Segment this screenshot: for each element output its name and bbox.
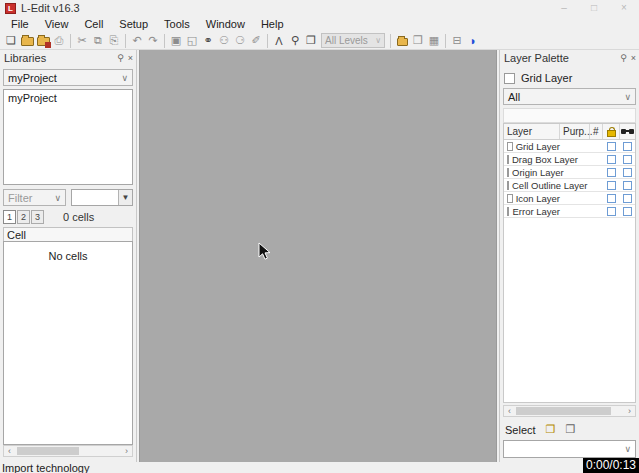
cells-count: 0 cells (63, 211, 94, 223)
pick-icon[interactable]: ✐ (248, 33, 264, 49)
find-previous-icon[interactable]: ⚆ (232, 33, 248, 49)
duplicate-layer-icon[interactable]: ❐ (546, 423, 556, 436)
undo-icon[interactable]: ↶ (129, 33, 145, 49)
tab-3[interactable]: 3 (31, 210, 44, 224)
find-next-icon[interactable]: ⚇ (216, 33, 232, 49)
save-grid-icon[interactable]: ▦ (426, 33, 442, 49)
lock-checkbox[interactable] (607, 181, 616, 190)
library-list[interactable]: myProject (3, 89, 133, 185)
all-levels-dropdown[interactable]: All Levels ∨ (321, 33, 385, 48)
scroll-right-icon[interactable]: › (121, 446, 132, 456)
close-icon[interactable]: × (128, 53, 133, 63)
table-row[interactable]: Origin Layer (504, 166, 635, 179)
tab-2[interactable]: 2 (17, 210, 30, 224)
table-row[interactable]: Drag Box Layer (504, 153, 635, 166)
hide-checkbox[interactable] (623, 181, 632, 190)
minimize-button[interactable]: – (549, 0, 579, 16)
open-library-icon[interactable] (35, 33, 51, 49)
measure-icon[interactable]: Λ (271, 33, 287, 49)
select-dropdown[interactable]: ∨ (503, 440, 636, 458)
layer-table-hscrollbar[interactable]: ‹ › (503, 405, 636, 417)
table-row[interactable]: Cell Outline Layer (504, 179, 635, 192)
folder-red-icon (37, 37, 50, 46)
filter-combo[interactable]: ▼ (71, 189, 133, 206)
rename-layer-icon[interactable]: ❒ (565, 423, 575, 436)
lock-checkbox[interactable] (607, 168, 616, 177)
col-layer[interactable]: Layer (504, 124, 560, 139)
hide-checkbox[interactable] (623, 155, 632, 164)
new-file-icon[interactable]: ❏ (3, 33, 19, 49)
zoom-icon[interactable]: ⚲ (287, 33, 303, 49)
open-file-icon[interactable] (19, 33, 35, 49)
view-design-icon[interactable]: ▣ (168, 33, 184, 49)
scroll-left-icon[interactable]: ‹ (504, 406, 515, 416)
table-row[interactable]: Icon Layer (504, 192, 635, 205)
col-count[interactable]: # (590, 124, 603, 139)
scroll-left-icon[interactable]: ‹ (4, 446, 15, 456)
plot-icon[interactable]: ⊟ (449, 33, 465, 49)
layer-filter-dropdown[interactable]: All ∨ (503, 88, 636, 105)
paste-icon[interactable]: ⎘ (106, 33, 122, 49)
lock-icon[interactable] (603, 124, 620, 139)
menu-help[interactable]: Help (253, 18, 292, 30)
scrollbar-thumb[interactable] (17, 447, 79, 455)
hide-checkbox[interactable] (623, 207, 632, 216)
filter-dropdown[interactable]: Filter ∨ (3, 189, 66, 206)
hide-checkbox[interactable] (623, 168, 632, 177)
lock-checkbox[interactable] (607, 207, 616, 216)
cell-list-hscrollbar[interactable]: ‹ › (3, 445, 133, 457)
copy-icon[interactable]: ⧉ (90, 33, 106, 49)
chevron-down-icon: ∨ (121, 73, 128, 83)
layer-checkbox[interactable] (507, 168, 509, 177)
table-row[interactable]: Error Layer (504, 205, 635, 218)
filter-dropdown-label: Filter (8, 192, 32, 204)
layout-canvas[interactable] (139, 50, 497, 462)
menu-view[interactable]: View (37, 18, 77, 30)
layer-checkbox[interactable] (507, 142, 513, 151)
cell-list[interactable]: No cells (3, 241, 133, 445)
view-home-icon[interactable]: ◱ (184, 33, 200, 49)
scroll-right-icon[interactable]: › (624, 406, 635, 416)
pin-icon[interactable]: ⚲ (620, 53, 627, 63)
hide-checkbox[interactable] (623, 194, 632, 203)
find-icon[interactable]: ⚭ (200, 33, 216, 49)
menu-setup[interactable]: Setup (111, 18, 156, 30)
lock-checkbox[interactable] (607, 194, 616, 203)
mouse-cursor (258, 242, 272, 262)
cut-icon[interactable]: ✂ (74, 33, 90, 49)
layer-checkbox[interactable] (507, 194, 513, 203)
instance-icon[interactable]: ❒ (410, 33, 426, 49)
hide-checkbox[interactable] (623, 142, 632, 151)
menu-window[interactable]: Window (198, 18, 253, 30)
redo-icon[interactable]: ↷ (145, 33, 161, 49)
close-icon[interactable]: × (631, 53, 636, 63)
menu-file[interactable]: File (3, 18, 37, 30)
menu-tools[interactable]: Tools (156, 18, 198, 30)
list-item[interactable]: myProject (8, 92, 128, 104)
toolbar-separator (125, 34, 126, 48)
chevron-down-icon: ∨ (375, 36, 381, 45)
lock-checkbox[interactable] (607, 142, 616, 151)
menu-cell[interactable]: Cell (76, 18, 111, 30)
library-dropdown[interactable]: myProject ∨ (3, 69, 133, 86)
layer-search-field[interactable] (503, 108, 636, 123)
col-purpose[interactable]: Purp... (560, 124, 590, 139)
dropdown-arrow-icon[interactable]: ▼ (118, 190, 132, 205)
duplicate-view-icon[interactable]: ❐ (303, 33, 319, 49)
layer-checkbox[interactable] (507, 155, 509, 164)
lock-checkbox[interactable] (607, 155, 616, 164)
maximize-button[interactable]: □ (579, 0, 609, 16)
grid-layer-checkbox[interactable] (504, 73, 515, 84)
layer-checkbox[interactable] (507, 181, 509, 190)
import-icon[interactable] (394, 33, 410, 49)
tab-1[interactable]: 1 (3, 210, 16, 224)
table-row[interactable]: Grid Layer (504, 140, 635, 153)
print-icon[interactable]: ⎙ (51, 33, 67, 49)
visibility-icon[interactable] (620, 124, 635, 139)
highlight-tool-icon[interactable]: ◗ (465, 33, 481, 49)
scrollbar-thumb[interactable] (516, 407, 611, 415)
layer-checkbox[interactable] (507, 207, 509, 216)
close-button[interactable]: × (609, 0, 639, 16)
pin-icon[interactable]: ⚲ (117, 53, 124, 63)
grid-layer-toggle[interactable]: Grid Layer (504, 72, 572, 84)
